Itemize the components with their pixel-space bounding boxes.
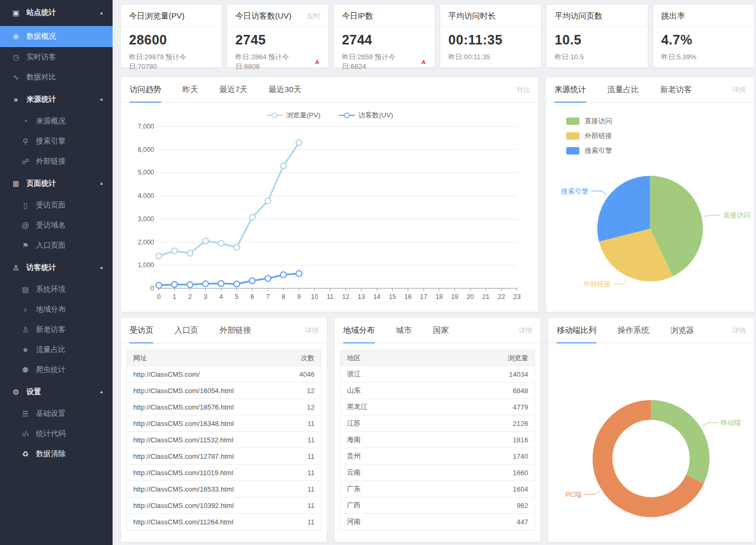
table-cell-label: http://ClassCMS.com/11019.html — [133, 469, 233, 477]
tab-browser[interactable]: 浏览器 — [670, 318, 694, 343]
tab-traffic-share[interactable]: 流量占比 — [607, 77, 639, 102]
sidebar-item-label: 站点统计 — [26, 8, 56, 17]
table-header-cell: 次数 — [301, 353, 315, 363]
tab-yesterday[interactable]: 昨天 — [182, 77, 198, 102]
svg-text:7: 7 — [266, 293, 270, 301]
visited-pages-tabs: 受访页入口页外部链接 — [130, 318, 272, 343]
at-icon: @ — [20, 221, 31, 230]
visited-pages-panel-header: 受访页入口页外部链接 详情 — [121, 318, 327, 343]
table-cell-value: 11 — [308, 436, 315, 444]
tab-new-old-visitors[interactable]: 新老访客 — [660, 77, 692, 102]
table-row: http://ClassCMS.com/12787.html11 — [127, 448, 321, 465]
legend-swatch-icon — [566, 132, 579, 140]
sidebar-item-source-stats[interactable]: »来源统计▲ — [0, 87, 113, 111]
stat-card-title: 今日浏览量(PV) — [129, 11, 185, 21]
stat-card-value: 4.7% — [661, 32, 746, 48]
sidebar-item-source-overview[interactable]: ◔来源概况 — [0, 111, 113, 131]
svg-text:0: 0 — [151, 285, 154, 292]
visited-detail-link[interactable]: 详情 — [305, 326, 319, 335]
legend-item[interactable]: 外部链接 — [566, 131, 754, 141]
svg-text:直接访问: 直接访问 — [723, 211, 750, 219]
page-icon: ▯ — [20, 201, 31, 210]
table-row: 山东6848 — [340, 383, 534, 399]
table-cell-label: http://ClassCMS.com/16348.html — [133, 420, 234, 428]
tab-region-distribution[interactable]: 地域分布 — [343, 318, 375, 343]
code-icon: ‹/› — [20, 430, 31, 438]
sidebar-item-region-distribution[interactable]: ♁地域分布 — [0, 299, 113, 320]
sidebar-item-visitor-stats[interactable]: ♙访客统计▲ — [0, 256, 113, 279]
compare-link[interactable]: 对比 — [517, 85, 530, 95]
tab-country[interactable]: 国家 — [433, 318, 449, 343]
source-detail-link[interactable]: 详情 — [732, 85, 746, 95]
legend-item[interactable]: 直接访问 — [566, 116, 754, 126]
tab-last-30-days[interactable]: 最近30天 — [269, 77, 301, 102]
stat-card-ip: 今日IP数2744昨日:2859 预计今日:6824∧ — [334, 4, 435, 68]
sidebar-item-search-engine[interactable]: ⚲搜索引擎 — [0, 131, 113, 151]
legend-item[interactable]: 搜索引擎 — [566, 146, 754, 156]
sidebar-item-data-compare[interactable]: ∿数据对比 — [0, 67, 113, 87]
sliders-icon: ☰ — [20, 410, 31, 418]
tab-mobile-ratio[interactable]: 移动端比列 — [557, 318, 596, 343]
sidebar-item-realtime-visitors[interactable]: ◷实时访客 — [0, 47, 113, 67]
sidebar-item-tracking-code[interactable]: ‹/›统计代码 — [0, 424, 113, 444]
region-table: 地区浏览量浙江14034山东6848黑龙江4779江苏2126海南1816贵州1… — [340, 350, 535, 530]
device-detail-link[interactable]: 详情 — [732, 326, 746, 335]
sidebar-item-label: 访客统计 — [26, 263, 56, 272]
sidebar-item-label: 设置 — [26, 387, 41, 397]
collapse-arrow-icon: ▲ — [99, 265, 104, 270]
table-cell-value: 447 — [517, 518, 528, 526]
stat-card-compare: 昨日:2864 预计今日:6808∧ — [235, 52, 320, 71]
tab-visited-page[interactable]: 受访页 — [130, 318, 153, 343]
table-cell-value: 11 — [308, 485, 315, 493]
sidebar-item-page-stats[interactable]: ⊞页面统计▲ — [0, 171, 113, 195]
sidebar-item-entry-pages[interactable]: ⚑入口页面 — [0, 235, 113, 256]
sidebar-item-traffic-share[interactable]: ★流量占比 — [0, 340, 113, 360]
sidebar-item-label: 来源统计 — [26, 95, 56, 104]
link-icon: ☍ — [20, 157, 31, 166]
sidebar-item-label: 统计代码 — [36, 429, 66, 439]
trend-chart-legend: 浏览量(PV)访客数(UV) — [121, 103, 538, 121]
device-ratio-panel: 移动端比列操作系统浏览器 详情 移动端PC端 — [548, 317, 754, 542]
svg-text:6: 6 — [251, 293, 254, 301]
tab-city[interactable]: 城市 — [396, 318, 412, 343]
stat-card-compare: 昨日:29879 预计今日:70780 — [129, 52, 214, 71]
region-detail-link[interactable]: 详情 — [519, 326, 532, 335]
sidebar-item-crawler-stats[interactable]: ⚉爬虫统计 — [0, 360, 113, 380]
svg-text:2,000: 2,000 — [137, 239, 154, 246]
table-cell-label: 河南 — [347, 517, 361, 526]
sidebar-item-external-links[interactable]: ☍外部链接 — [0, 151, 113, 171]
region-panel-header: 地域分布城市国家 详情 — [335, 318, 540, 343]
sidebar-item-settings[interactable]: ⚙设置▲ — [0, 380, 113, 404]
legend-item[interactable]: 访客数(UV) — [338, 111, 393, 120]
sidebar-item-site-stats[interactable]: ▣站点统计▲ — [0, 0, 113, 26]
table-cell-value: 11 — [308, 452, 315, 460]
source-stats-panel-header: 来源统计流量占比新老访客 详情 — [546, 77, 754, 103]
svg-text:7,000: 7,000 — [137, 123, 154, 130]
svg-text:9: 9 — [297, 293, 301, 301]
table-cell-value: 1740 — [513, 452, 528, 460]
server-icon: ▤ — [20, 285, 31, 294]
legend-marker-icon — [338, 112, 355, 119]
tab-last-7-days[interactable]: 最近7天 — [219, 77, 247, 102]
tab-visit-trend[interactable]: 访问趋势 — [130, 77, 161, 102]
legend-item[interactable]: 浏览量(PV) — [266, 111, 320, 120]
table-cell-label: http://ClassCMS.com/18576.html — [133, 403, 234, 411]
tab-os[interactable]: 操作系统 — [617, 318, 649, 343]
table-cell-value: 4046 — [299, 370, 315, 378]
sidebar-item-basic-settings[interactable]: ☰基础设置 — [0, 404, 113, 424]
sidebar-item-system-env[interactable]: ▤系统环境 — [0, 279, 113, 299]
source-pie-chart: 直接访问外部链接搜索引擎 — [546, 161, 754, 304]
tab-source-stats[interactable]: 来源统计 — [555, 77, 586, 102]
tab-entry-page[interactable]: 入口页 — [174, 318, 198, 343]
svg-text:搜索引擎: 搜索引擎 — [560, 187, 588, 195]
sidebar-item-new-old-visitors[interactable]: ♙新老访客 — [0, 320, 113, 340]
tab-external-link[interactable]: 外部链接 — [219, 318, 251, 343]
sidebar-item-data-clear[interactable]: ♻数据清除 — [0, 444, 113, 464]
table-row: http://ClassCMS.com/16054.html12 — [127, 383, 321, 399]
table-cell-value: 11 — [308, 420, 315, 428]
table-row: 广东1604 — [340, 481, 534, 497]
sidebar-item-visited-domains[interactable]: @受访域名 — [0, 215, 113, 235]
sidebar-item-data-overview[interactable]: ⊕数据概况 — [0, 26, 113, 47]
table-cell-value: 12 — [307, 403, 315, 411]
sidebar-item-visited-pages[interactable]: ▯受访页面 — [0, 195, 113, 215]
